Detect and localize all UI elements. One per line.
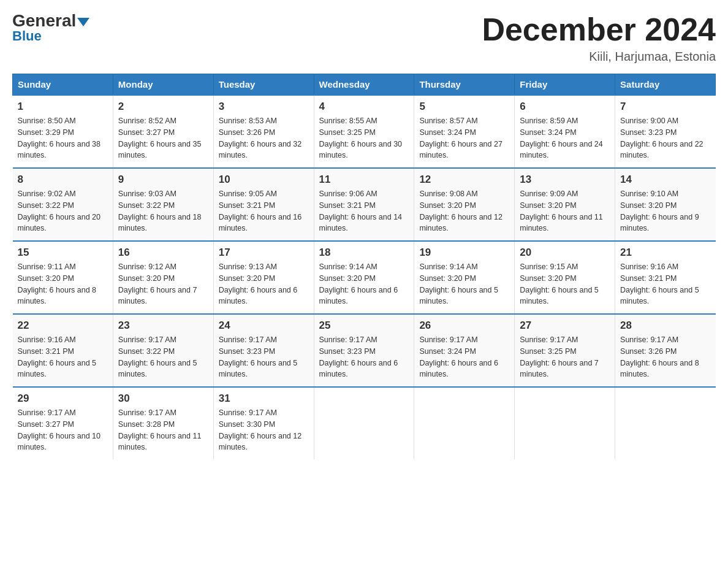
calendar-week-row: 15Sunrise: 9:11 AMSunset: 3:20 PMDayligh… <box>13 241 716 314</box>
day-number: 17 <box>219 247 309 259</box>
day-info: Sunrise: 9:05 AMSunset: 3:21 PMDaylight:… <box>219 190 302 232</box>
day-info: Sunrise: 9:09 AMSunset: 3:20 PMDaylight:… <box>520 190 603 232</box>
logo: General Blue <box>12 12 89 44</box>
day-number: 12 <box>419 174 509 186</box>
day-info: Sunrise: 9:03 AMSunset: 3:22 PMDaylight:… <box>118 190 202 232</box>
day-info: Sunrise: 8:50 AMSunset: 3:29 PMDaylight:… <box>18 117 101 159</box>
calendar-cell: 24Sunrise: 9:17 AMSunset: 3:23 PMDayligh… <box>213 314 314 387</box>
logo-general: General <box>12 12 89 29</box>
day-info: Sunrise: 9:14 AMSunset: 3:20 PMDaylight:… <box>419 262 498 305</box>
day-number: 9 <box>118 174 208 186</box>
day-info: Sunrise: 9:14 AMSunset: 3:20 PMDaylight:… <box>319 262 398 305</box>
day-info: Sunrise: 9:00 AMSunset: 3:23 PMDaylight:… <box>620 117 703 159</box>
calendar-table: SundayMondayTuesdayWednesdayThursdayFrid… <box>12 74 716 459</box>
calendar-week-row: 29Sunrise: 9:17 AMSunset: 3:27 PMDayligh… <box>13 387 716 459</box>
calendar-cell: 12Sunrise: 9:08 AMSunset: 3:20 PMDayligh… <box>414 168 515 241</box>
day-number: 22 <box>18 320 108 332</box>
day-info: Sunrise: 9:17 AMSunset: 3:25 PMDaylight:… <box>520 335 599 378</box>
calendar-cell: 4Sunrise: 8:55 AMSunset: 3:25 PMDaylight… <box>314 95 414 168</box>
col-header-monday: Monday <box>113 74 213 96</box>
calendar-cell: 18Sunrise: 9:14 AMSunset: 3:20 PMDayligh… <box>314 241 414 314</box>
calendar-cell: 2Sunrise: 8:52 AMSunset: 3:27 PMDaylight… <box>113 95 213 168</box>
day-info: Sunrise: 9:11 AMSunset: 3:20 PMDaylight:… <box>18 262 97 305</box>
day-number: 20 <box>520 247 610 259</box>
day-info: Sunrise: 9:08 AMSunset: 3:20 PMDaylight:… <box>419 190 502 232</box>
day-number: 25 <box>319 320 409 332</box>
calendar-cell: 21Sunrise: 9:16 AMSunset: 3:21 PMDayligh… <box>615 241 716 314</box>
calendar-cell <box>414 387 515 459</box>
calendar-cell: 6Sunrise: 8:59 AMSunset: 3:24 PMDaylight… <box>515 95 615 168</box>
day-number: 24 <box>219 320 309 332</box>
day-number: 26 <box>419 320 509 332</box>
day-info: Sunrise: 9:16 AMSunset: 3:21 PMDaylight:… <box>620 262 699 305</box>
calendar-cell: 28Sunrise: 9:17 AMSunset: 3:26 PMDayligh… <box>615 314 716 387</box>
day-info: Sunrise: 8:57 AMSunset: 3:24 PMDaylight:… <box>419 117 502 159</box>
col-header-sunday: Sunday <box>13 74 113 96</box>
calendar-cell: 22Sunrise: 9:16 AMSunset: 3:21 PMDayligh… <box>13 314 113 387</box>
day-info: Sunrise: 9:17 AMSunset: 3:28 PMDaylight:… <box>118 408 202 451</box>
calendar-cell: 25Sunrise: 9:17 AMSunset: 3:23 PMDayligh… <box>314 314 414 387</box>
day-number: 21 <box>620 247 710 259</box>
month-title: December 2024 <box>482 12 716 47</box>
calendar-cell: 1Sunrise: 8:50 AMSunset: 3:29 PMDaylight… <box>13 95 113 168</box>
col-header-wednesday: Wednesday <box>314 74 414 96</box>
day-number: 27 <box>520 320 610 332</box>
day-info: Sunrise: 9:06 AMSunset: 3:21 PMDaylight:… <box>319 190 403 232</box>
day-number: 7 <box>620 101 710 113</box>
calendar-cell: 5Sunrise: 8:57 AMSunset: 3:24 PMDaylight… <box>414 95 515 168</box>
location: Kiili, Harjumaa, Estonia <box>482 50 716 64</box>
day-number: 28 <box>620 320 710 332</box>
calendar-cell: 30Sunrise: 9:17 AMSunset: 3:28 PMDayligh… <box>113 387 213 459</box>
day-number: 29 <box>18 393 108 405</box>
calendar-cell: 3Sunrise: 8:53 AMSunset: 3:26 PMDaylight… <box>213 95 314 168</box>
day-info: Sunrise: 8:52 AMSunset: 3:27 PMDaylight:… <box>118 117 202 159</box>
day-number: 11 <box>319 174 409 186</box>
day-number: 15 <box>18 247 108 259</box>
col-header-friday: Friday <box>515 74 615 96</box>
day-info: Sunrise: 9:17 AMSunset: 3:22 PMDaylight:… <box>118 335 197 378</box>
day-number: 3 <box>219 101 309 113</box>
day-number: 31 <box>219 393 309 405</box>
calendar-cell: 23Sunrise: 9:17 AMSunset: 3:22 PMDayligh… <box>113 314 213 387</box>
day-info: Sunrise: 9:17 AMSunset: 3:27 PMDaylight:… <box>18 408 101 451</box>
title-block: December 2024 Kiili, Harjumaa, Estonia <box>482 12 716 64</box>
calendar-cell: 13Sunrise: 9:09 AMSunset: 3:20 PMDayligh… <box>515 168 615 241</box>
day-number: 13 <box>520 174 610 186</box>
calendar-week-row: 1Sunrise: 8:50 AMSunset: 3:29 PMDaylight… <box>13 95 716 168</box>
calendar-cell <box>615 387 716 459</box>
day-info: Sunrise: 9:13 AMSunset: 3:20 PMDaylight:… <box>219 262 298 305</box>
col-header-tuesday: Tuesday <box>213 74 314 96</box>
day-info: Sunrise: 9:12 AMSunset: 3:20 PMDaylight:… <box>118 262 197 305</box>
day-number: 2 <box>118 101 208 113</box>
logo-triangle-icon <box>77 18 89 26</box>
day-number: 19 <box>419 247 509 259</box>
calendar-cell: 26Sunrise: 9:17 AMSunset: 3:24 PMDayligh… <box>414 314 515 387</box>
calendar-cell: 27Sunrise: 9:17 AMSunset: 3:25 PMDayligh… <box>515 314 615 387</box>
calendar-cell: 10Sunrise: 9:05 AMSunset: 3:21 PMDayligh… <box>213 168 314 241</box>
day-info: Sunrise: 9:17 AMSunset: 3:24 PMDaylight:… <box>419 335 498 378</box>
day-info: Sunrise: 8:53 AMSunset: 3:26 PMDaylight:… <box>219 117 302 159</box>
calendar-cell: 19Sunrise: 9:14 AMSunset: 3:20 PMDayligh… <box>414 241 515 314</box>
calendar-week-row: 22Sunrise: 9:16 AMSunset: 3:21 PMDayligh… <box>13 314 716 387</box>
day-number: 4 <box>319 101 409 113</box>
calendar-week-row: 8Sunrise: 9:02 AMSunset: 3:22 PMDaylight… <box>13 168 716 241</box>
day-number: 10 <box>219 174 309 186</box>
page-header: General Blue December 2024 Kiili, Harjum… <box>12 12 716 64</box>
day-number: 8 <box>18 174 108 186</box>
calendar-cell: 16Sunrise: 9:12 AMSunset: 3:20 PMDayligh… <box>113 241 213 314</box>
calendar-cell: 8Sunrise: 9:02 AMSunset: 3:22 PMDaylight… <box>13 168 113 241</box>
calendar-cell: 31Sunrise: 9:17 AMSunset: 3:30 PMDayligh… <box>213 387 314 459</box>
calendar-cell: 7Sunrise: 9:00 AMSunset: 3:23 PMDaylight… <box>615 95 716 168</box>
calendar-cell: 11Sunrise: 9:06 AMSunset: 3:21 PMDayligh… <box>314 168 414 241</box>
day-number: 16 <box>118 247 208 259</box>
calendar-cell: 20Sunrise: 9:15 AMSunset: 3:20 PMDayligh… <box>515 241 615 314</box>
calendar-header-row: SundayMondayTuesdayWednesdayThursdayFrid… <box>13 74 716 96</box>
day-info: Sunrise: 8:55 AMSunset: 3:25 PMDaylight:… <box>319 117 403 159</box>
calendar-cell: 9Sunrise: 9:03 AMSunset: 3:22 PMDaylight… <box>113 168 213 241</box>
day-info: Sunrise: 9:17 AMSunset: 3:26 PMDaylight:… <box>620 335 699 378</box>
calendar-cell <box>515 387 615 459</box>
day-number: 1 <box>18 101 108 113</box>
day-info: Sunrise: 9:10 AMSunset: 3:20 PMDaylight:… <box>620 190 699 232</box>
day-info: Sunrise: 9:16 AMSunset: 3:21 PMDaylight:… <box>18 335 97 378</box>
day-info: Sunrise: 9:17 AMSunset: 3:30 PMDaylight:… <box>219 408 302 451</box>
